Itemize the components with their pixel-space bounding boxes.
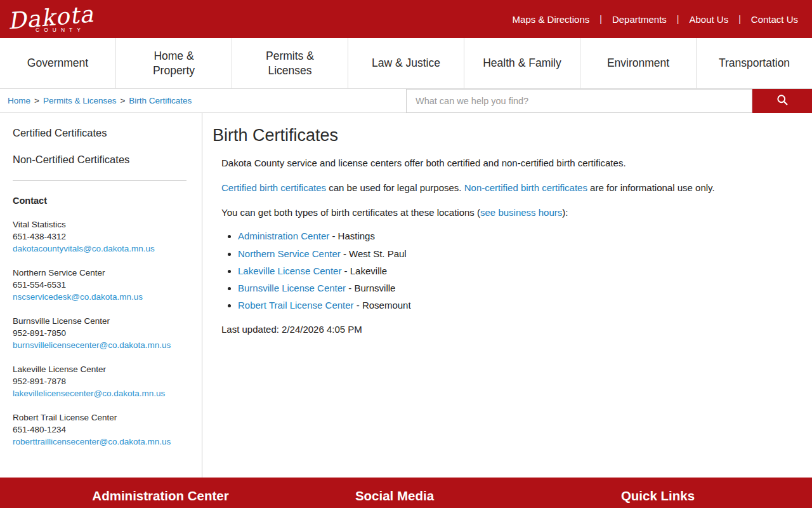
nav-item-law-justice[interactable]: Law & Justice: [348, 38, 464, 88]
search-button[interactable]: [752, 89, 812, 113]
contact-name: Burnsville License Center: [13, 315, 187, 327]
main-content: Birth Certificates Dakota County service…: [202, 113, 812, 478]
site-footer: Administration Center Social Media Quick…: [0, 478, 812, 508]
paragraph-text: are for informational use only.: [587, 182, 715, 193]
robert-trail-license-center-link[interactable]: Robert Trail License Center: [238, 300, 354, 311]
contact-phone: 651-554-6531: [13, 279, 187, 291]
contact-lakeville-license-center: Lakeville License Center 952-891-7878 la…: [13, 363, 187, 399]
breadcrumb-permits-licenses[interactable]: Permits & Licenses: [43, 96, 117, 105]
contact-heading: Contact: [13, 196, 187, 206]
utility-link-contact-us[interactable]: Contact Us: [751, 14, 798, 25]
sidebar: Certified Certificates Non-Certified Cer…: [0, 113, 202, 478]
footer-heading-social-media: Social Media: [355, 488, 434, 504]
location-city: - West St. Paul: [341, 248, 407, 259]
certified-birth-certificates-link[interactable]: Certified birth certificates: [221, 182, 326, 193]
county-logo[interactable]: Dakota COUNTY: [8, 5, 94, 33]
list-item: Burnsville License Center - Burnsville: [238, 282, 787, 295]
utility-link-maps-directions[interactable]: Maps & Directions: [513, 14, 590, 25]
footer-heading-quick-links: Quick Links: [621, 488, 695, 504]
sidebar-divider: [13, 180, 187, 181]
see-business-hours-link[interactable]: see business hours: [480, 207, 562, 218]
location-city: - Burnsville: [346, 283, 395, 293]
locations-list: Administration Center - Hastings Norther…: [221, 230, 787, 312]
locations-paragraph: You can get both types of birth certific…: [221, 206, 787, 220]
nav-item-home-property[interactable]: Home & Property: [115, 38, 232, 88]
breadcrumb-search-row: Home > Permits & Licenses > Birth Certif…: [0, 89, 812, 113]
contact-name: Lakeville License Center: [13, 363, 187, 375]
nav-item-government[interactable]: Government: [0, 38, 115, 88]
page-title: Birth Certificates: [213, 126, 787, 145]
lakeville-license-center-link[interactable]: Lakeville License Center: [238, 265, 341, 276]
list-item: Lakeville License Center - Lakeville: [238, 265, 787, 277]
nav-item-health-family[interactable]: Health & Family: [464, 38, 580, 88]
content-area: Certified Certificates Non-Certified Cer…: [0, 113, 812, 478]
non-certified-birth-certificates-link[interactable]: Non-certified birth certificates: [464, 182, 587, 193]
breadcrumb-birth-certificates[interactable]: Birth Certificates: [129, 96, 192, 105]
nav-item-permits-licenses[interactable]: Permits & Licenses: [232, 38, 348, 88]
contact-robert-trail-license-center: Robert Trail License Center 651-480-1234…: [13, 411, 187, 448]
contact-name: Northern Service Center: [13, 267, 187, 279]
contact-phone: 952-891-7850: [13, 327, 187, 339]
contact-email-link[interactable]: roberttraillicensecenter@co.dakota.mn.us: [13, 437, 171, 446]
contact-email-link[interactable]: dakotacountyvitals@co.dakota.mn.us: [13, 244, 155, 253]
search-bar: [406, 89, 812, 113]
administration-center-link[interactable]: Administration Center: [238, 231, 329, 241]
breadcrumb-separator: >: [34, 96, 39, 105]
location-city: - Hastings: [329, 231, 375, 241]
list-item: Administration Center - Hastings: [238, 230, 787, 243]
contact-name: Robert Trail License Center: [13, 411, 187, 424]
breadcrumb-home[interactable]: Home: [8, 96, 30, 105]
paragraph-text: ):: [562, 207, 568, 218]
contact-email-link[interactable]: burnsvillelicensecenter@co.dakota.mn.us: [13, 340, 171, 350]
contact-name: Vital Statistics: [13, 218, 187, 231]
intro-paragraph: Dakota County service and license center…: [221, 156, 787, 170]
breadcrumb: Home > Permits & Licenses > Birth Certif…: [8, 96, 192, 105]
contact-email-link[interactable]: nscservicedesk@co.dakota.mn.us: [13, 292, 143, 302]
sidebar-item-certified-certificates[interactable]: Certified Certificates: [13, 127, 187, 139]
contact-email-link[interactable]: lakevillelicensecenter@co.dakota.mn.us: [13, 389, 165, 398]
footer-heading-administration-center: Administration Center: [92, 488, 228, 504]
paragraph-text: can be used for legal purposes.: [326, 182, 464, 193]
main-nav: Government Home & Property Permits & Lic…: [0, 38, 812, 89]
list-item: Robert Trail License Center - Rosemount: [238, 299, 787, 312]
northern-service-center-link[interactable]: Northern Service Center: [238, 248, 341, 259]
utility-nav: Maps & Directions | Departments | About …: [513, 14, 798, 25]
contact-vital-statistics: Vital Statistics 651-438-4312 dakotacoun…: [13, 218, 187, 255]
utility-divider: |: [677, 14, 679, 24]
nav-item-transportation[interactable]: Transportation: [696, 38, 812, 88]
sidebar-item-non-certified-certificates[interactable]: Non-Certified Certificates: [13, 154, 187, 166]
utility-link-about-us[interactable]: About Us: [689, 14, 728, 25]
contact-burnsville-license-center: Burnsville License Center 952-891-7850 b…: [13, 315, 187, 351]
certified-paragraph: Certified birth certificates can be used…: [221, 181, 787, 195]
search-input[interactable]: [406, 89, 752, 113]
contact-northern-service-center: Northern Service Center 651-554-6531 nsc…: [13, 267, 187, 303]
contact-phone: 651-438-4312: [13, 231, 187, 243]
nav-item-environment[interactable]: Environment: [580, 38, 696, 88]
search-icon: [776, 93, 789, 109]
location-city: - Rosemount: [354, 300, 411, 311]
utility-link-departments[interactable]: Departments: [612, 14, 667, 25]
burnsville-license-center-link[interactable]: Burnsville License Center: [238, 283, 346, 293]
contact-phone: 651-480-1234: [13, 424, 187, 436]
utility-divider: |: [599, 14, 602, 24]
breadcrumb-separator: >: [120, 96, 125, 105]
paragraph-text: You can get both types of birth certific…: [221, 207, 480, 218]
utility-divider: |: [738, 14, 741, 24]
list-item: Northern Service Center - West St. Paul: [238, 248, 787, 260]
contact-phone: 952-891-7878: [13, 375, 187, 387]
last-updated: Last updated: 2/24/2026 4:05 PM: [221, 323, 787, 337]
site-header: Dakota COUNTY Maps & Directions | Depart…: [0, 0, 812, 38]
location-city: - Lakeville: [341, 265, 387, 276]
